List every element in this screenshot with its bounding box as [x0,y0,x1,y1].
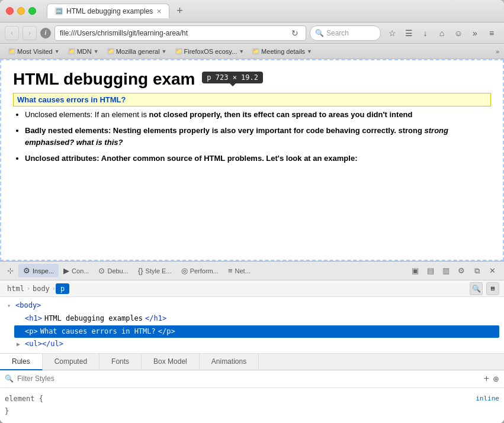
devtools-cursor-tool[interactable]: ⊹ [2,264,18,277]
tree-toggle-icon[interactable]: ▾ [7,301,13,311]
search-bar[interactable]: 🔍 Search [310,25,381,41]
menu-icon[interactable]: ≡ [484,25,499,41]
bookmark-favicon: 📁 [175,48,182,55]
tree-tag: <body> [15,299,41,312]
breadcrumb-search-button[interactable]: 🔍 [470,282,483,295]
heading-text: HTML debugging exam [13,70,195,88]
inspector-icon: ⚙ [23,266,30,275]
back-icon: ‹ [11,29,13,37]
breadcrumb-arrow: › [52,285,56,292]
breadcrumb-right: 🔍 ⊞ [470,282,499,295]
css-rules: element { inline } [0,388,504,423]
tree-line-ul[interactable]: ▶ <ul></ul> [14,338,499,351]
breadcrumb-html[interactable]: html [5,285,27,293]
devtools-fullscreen-icon[interactable]: ▥ [439,264,453,278]
filter-bar: 🔍 + ⊕ [0,370,504,388]
bookmark-firefoxos[interactable]: 📁 FirefoxOS ecosy... ▼ [172,47,248,56]
performance-label: Perform... [190,267,219,275]
tab-fonts[interactable]: Fonts [99,354,142,370]
close-button[interactable] [6,7,14,15]
tab-animations[interactable]: Animations [200,354,259,370]
filter-copy-icon[interactable]: ⊕ [493,374,499,383]
list-item: Unclosed attributes: Another common sour… [25,153,491,164]
bookmark-meeting[interactable]: 📁 Meeting details ▼ [249,47,316,56]
devtools-dock-icon[interactable]: ⧉ [470,264,484,278]
list-item: Badly nested elements: Nesting elements … [25,125,491,148]
bookmark-favicon: 📁 [107,48,114,55]
breadcrumb-active-p[interactable]: p [56,283,69,294]
devtools-debugger-tool[interactable]: ⊙ Debu... [94,264,133,277]
bookmark-favicon: 📁 [68,48,75,55]
back-button[interactable]: ‹ [5,26,19,40]
tab-rules[interactable]: Rules [0,354,43,370]
tree-toggle-icon [17,326,23,337]
css-selector: element { [5,395,43,403]
devtools-style-editor-tool[interactable]: {} Style E... [133,264,176,277]
bookmark-mdn[interactable]: 📁 MDN ▼ [65,47,102,56]
breadcrumb-body[interactable]: body [30,285,52,293]
tab-box-model[interactable]: Box Model [142,354,200,370]
devtools-console-tool[interactable]: ▶ Con... [59,264,94,277]
tab-computed[interactable]: Computed [43,354,99,370]
content-list: Unclosed elements: If an element is not … [25,109,491,164]
more-icon[interactable]: » [467,25,483,41]
devtools-responsive-icon[interactable]: ▣ [408,264,422,278]
webpage-content: HTML debugging exam p 723 × 19.2 What ca… [0,59,504,261]
info-button[interactable]: i [40,28,51,38]
user-icon[interactable]: ☺ [451,25,466,41]
traffic-lights [6,7,36,15]
bookmark-icon[interactable]: ☆ [384,25,400,41]
new-tab-button[interactable]: + [172,4,188,18]
browser-window: 🔤 HTML debugging examples ✕ + ‹ › i file… [0,0,504,423]
filter-styles-input[interactable] [17,374,480,383]
console-icon: ▶ [63,266,69,275]
tree-toggle-icon[interactable]: ▶ [17,339,23,350]
tree-tag: <ul></ul> [25,338,63,351]
reading-icon[interactable]: ☰ [401,25,416,41]
url-bar[interactable]: file:///Users/chrismills/git/learning-ar… [54,25,306,41]
list-item: Unclosed elements: If an element is not … [25,109,491,121]
tree-line-p[interactable]: <p>What causes errors in HTML?</p> [14,325,499,338]
panel-tabs: Rules Computed Fonts Box Model Animation… [0,354,504,370]
minimize-button[interactable] [17,7,25,15]
devtools-network-tool[interactable]: ≡ Net... [223,264,255,277]
highlighted-paragraph-area: What causes errors in HTML? [13,93,491,106]
list-item-bold: not closed properly, then its effect can… [149,110,413,119]
devtools-performance-tool[interactable]: ◎ Perform... [176,264,223,277]
forward-icon: › [28,29,31,37]
filter-add-icon[interactable]: + [484,373,489,384]
devtools-panel: ⊹ ⚙ Inspe... ▶ Con... ⊙ Debu... {} Style… [0,261,504,423]
style-editor-icon: {} [138,266,143,275]
tree-line-h1[interactable]: <h1>HTML debugging examples</h1> [14,312,499,325]
bookmark-mozilla[interactable]: 📁 Mozilla general ▼ [104,47,171,56]
cursor-icon: ⊹ [7,266,14,275]
tree-line-body[interactable]: ▾ <body> [5,299,499,312]
devtools-right-tools: ▣ ▤ ▥ ⚙ ⧉ ✕ [408,264,502,278]
tab-bar: 🔤 HTML debugging examples ✕ + [47,4,498,18]
console-label: Con... [72,267,89,275]
refresh-button[interactable]: ↻ [289,27,301,39]
bookmark-label: MDN [77,48,92,55]
download-icon[interactable]: ↓ [418,25,433,41]
bookmark-most-visited[interactable]: 📁 Most Visited ▼ [5,47,63,56]
tab-computed-label: Computed [54,357,87,366]
chevron-down-icon: ▼ [307,49,312,54]
devtools-settings-icon[interactable]: ⚙ [454,264,468,278]
bookmark-favicon: 📁 [8,48,15,55]
bookmark-label: FirefoxOS ecosy... [184,48,237,55]
tab-rules-label: Rules [12,357,30,366]
bookmark-label: Mozilla general [116,48,160,55]
breadcrumb-layout-button[interactable]: ⊞ [486,282,499,295]
home-icon[interactable]: ⌂ [434,25,450,41]
tree-toggle-icon [17,314,23,324]
maximize-button[interactable] [28,7,36,15]
tab-close-icon[interactable]: ✕ [156,8,162,15]
devtools-inspector-tool[interactable]: ⚙ Inspe... [18,264,59,277]
active-tab[interactable]: 🔤 HTML debugging examples ✕ [47,4,169,18]
devtools-screenshot-icon[interactable]: ▤ [423,264,438,278]
style-editor-label: Style E... [146,267,172,275]
forward-button[interactable]: › [23,26,37,40]
devtools-close-icon[interactable]: ✕ [485,264,499,278]
dimension-tooltip: p 723 × 19.2 [202,72,263,83]
bookmarks-more-icon[interactable]: » [496,48,499,55]
